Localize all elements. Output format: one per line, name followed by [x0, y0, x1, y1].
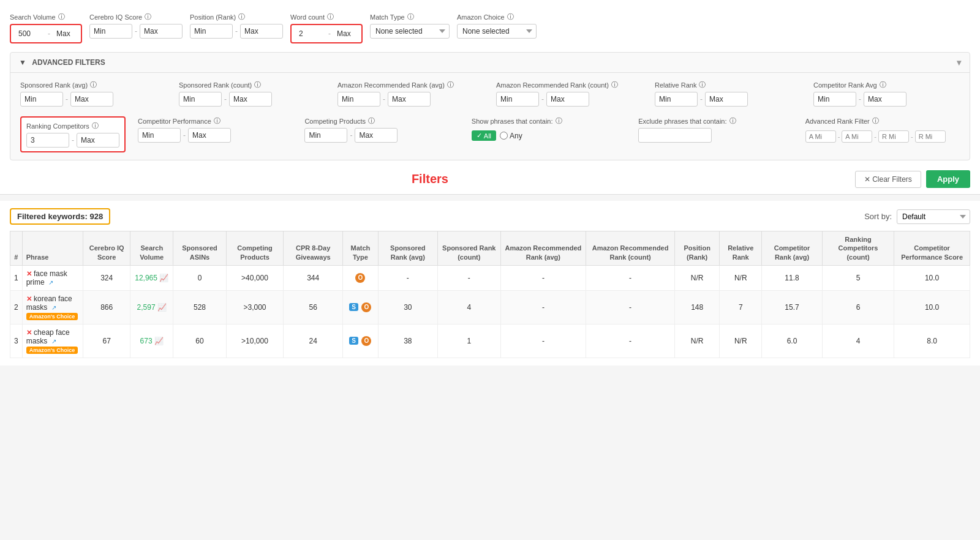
amazon-rec-rank-count-label: Amazon Recommended Rank (count): [496, 81, 609, 89]
match-type-o: O: [361, 302, 371, 312]
sort-by-label: Sort by:: [864, 212, 892, 221]
any-radio[interactable]: [500, 132, 508, 140]
rank-filter-a-mi-2[interactable]: [842, 130, 872, 143]
row-phrase: ✕ cheap face masks ↗ Amazon's Choice: [22, 324, 83, 358]
advanced-filters-chevron: ▾: [957, 58, 961, 67]
table-header-row: Filtered keywords: 928 Sort by: Default: [10, 208, 970, 225]
word-count-filter: Word count ⓘ 2 - Max: [290, 12, 363, 43]
filtered-keywords-count: 928: [90, 212, 104, 221]
amazon-rec-rank-avg-label: Amazon Recommended Rank (avg): [337, 81, 445, 89]
trend-icon: 📈: [154, 337, 164, 345]
search-vol-link[interactable]: 2,597: [137, 303, 156, 312]
ext-link-icon[interactable]: ↗: [51, 338, 56, 345]
amazon-rec-rank-avg-max[interactable]: [388, 92, 431, 107]
sponsored-rank-avg-max[interactable]: [70, 92, 113, 107]
col-spon-rank-count: Sponsored Rank (count): [438, 231, 500, 266]
col-competing-products: Competing Products: [226, 231, 284, 266]
competing-products-filter: Competing Products ⓘ -: [304, 116, 459, 152]
rank-filter-a-mi-1[interactable]: [805, 130, 836, 143]
cerebro-iq-max[interactable]: Max: [140, 24, 183, 39]
word-count-min[interactable]: 2: [295, 27, 326, 40]
search-vol-link[interactable]: 673: [140, 337, 153, 345]
search-volume-min[interactable]: 500: [15, 27, 45, 40]
amazon-rec-rank-count-min[interactable]: [496, 92, 539, 107]
search-volume-filter: Search Volume ⓘ 500 - Max: [10, 12, 82, 43]
search-vol-link[interactable]: 12,965: [135, 274, 157, 282]
any-radio-label[interactable]: Any: [500, 132, 522, 140]
advanced-row-1: Sponsored Rank (avg) ⓘ - Sponsored Rank …: [20, 80, 960, 107]
sponsored-rank-avg-min[interactable]: [20, 92, 63, 107]
filters-annotation-label: Filters: [412, 172, 448, 186]
sponsored-rank-count-min[interactable]: [179, 92, 222, 107]
exclude-phrases-filter: Exclude phrases that contain: ⓘ: [638, 116, 793, 152]
competitor-rank-avg-max[interactable]: [864, 92, 907, 107]
search-volume-max[interactable]: Max: [53, 27, 77, 40]
clear-filters-button[interactable]: ✕ Clear Filters: [855, 171, 921, 188]
ranking-competitors-max[interactable]: [77, 133, 119, 148]
ext-link-icon[interactable]: ↗: [51, 304, 56, 311]
competing-products-min[interactable]: [304, 128, 347, 143]
sort-by-row: Sort by: Default: [864, 209, 970, 224]
sponsored-rank-avg-info: ⓘ: [90, 80, 97, 89]
search-volume-info-icon: ⓘ: [58, 12, 65, 21]
amazon-rec-rank-count-info: ⓘ: [611, 80, 618, 89]
sort-select[interactable]: Default: [897, 209, 970, 224]
match-type-select[interactable]: None selected: [370, 24, 450, 39]
ext-link-icon[interactable]: ↗: [48, 279, 53, 286]
competitor-performance-max[interactable]: [188, 128, 231, 143]
competitor-rank-avg-min[interactable]: [813, 92, 856, 107]
show-phrases-info: ⓘ: [556, 116, 562, 126]
cerebro-iq-min[interactable]: Min: [89, 24, 132, 39]
sponsored-rank-count-max[interactable]: [229, 92, 272, 107]
advanced-filters-toggle[interactable]: ▼ ADVANCED FILTERS ▾: [10, 53, 970, 73]
competing-products-info: ⓘ: [368, 116, 375, 126]
amazon-rec-rank-count-max[interactable]: [546, 92, 589, 107]
match-type-info-icon: ⓘ: [407, 12, 414, 21]
show-phrases-filter: Show phrases that contain: ⓘ ✓ All Any: [472, 116, 626, 152]
apply-button[interactable]: Apply: [926, 170, 970, 188]
position-rank-min[interactable]: Min: [190, 24, 233, 39]
competitor-performance-filter: Competitor Performance ⓘ -: [138, 116, 292, 152]
show-phrases-all-btn[interactable]: ✓ All: [472, 130, 496, 141]
advanced-filters-header-label: ADVANCED FILTERS: [32, 58, 105, 67]
actions-bar: Filters ✕ Clear Filters Apply: [10, 165, 970, 194]
amazon-rec-rank-avg-min[interactable]: [337, 92, 380, 107]
word-count-label: Word count: [290, 13, 325, 21]
ranking-competitors-min[interactable]: [26, 133, 69, 148]
col-spon-rank-avg: Sponsored Rank (avg): [378, 231, 437, 266]
exclude-phrases-input[interactable]: [638, 128, 712, 143]
advanced-filters-section: ▼ ADVANCED FILTERS ▾ Sponsored Rank (avg…: [10, 52, 970, 160]
word-count-max[interactable]: Max: [333, 27, 358, 40]
amazon-rec-rank-count-filter: Amazon Recommended Rank (count) ⓘ -: [496, 80, 643, 107]
competitor-rank-avg-info: ⓘ: [880, 80, 886, 89]
competitor-performance-min[interactable]: [138, 128, 181, 143]
search-volume-label: Search Volume: [10, 13, 56, 21]
competitor-rank-avg-label: Competitor Rank Avg: [813, 81, 877, 89]
amazon-choice-label: Amazon Choice: [457, 13, 505, 21]
relative-rank-max[interactable]: [705, 92, 748, 107]
apply-label: Apply: [937, 174, 959, 184]
row-x-btn[interactable]: ✕: [26, 270, 32, 277]
table-row: 2 ✕ korean face masks ↗ Amazon's Choice …: [10, 290, 970, 324]
competing-products-max[interactable]: [355, 128, 398, 143]
col-num: #: [10, 231, 23, 266]
table-row: 1 ✕ face mask prime ↗ 324 12,965 📈 0 >40…: [10, 265, 970, 290]
competitor-rank-avg-filter: Competitor Rank Avg ⓘ -: [813, 80, 960, 107]
rank-filter-r-mi-1[interactable]: [878, 130, 909, 143]
amazon-choice-select[interactable]: None selected: [457, 24, 537, 39]
position-rank-max[interactable]: Max: [240, 24, 283, 39]
col-sponsored-asins: Sponsored ASINs: [173, 231, 226, 266]
relative-rank-min[interactable]: [655, 92, 698, 107]
ranking-competitors-info: ⓘ: [92, 121, 99, 130]
row-x-btn[interactable]: ✕: [26, 329, 32, 336]
row-phrase: ✕ korean face masks ↗ Amazon's Choice: [22, 290, 83, 324]
table-section: Filtered keywords: 928 Sort by: Default …: [0, 201, 980, 366]
relative-rank-info: ⓘ: [699, 80, 706, 89]
results-table: # Phrase Cerebro IQ Score Search Volume …: [10, 231, 970, 358]
row-x-btn[interactable]: ✕: [26, 295, 32, 302]
row-num: 2: [10, 290, 23, 324]
competitor-performance-info: ⓘ: [214, 116, 221, 126]
any-label: Any: [510, 132, 522, 140]
rank-filter-r-mi-2[interactable]: [915, 130, 946, 143]
search-volume-input-wrapper: 500 - Max: [10, 24, 82, 43]
